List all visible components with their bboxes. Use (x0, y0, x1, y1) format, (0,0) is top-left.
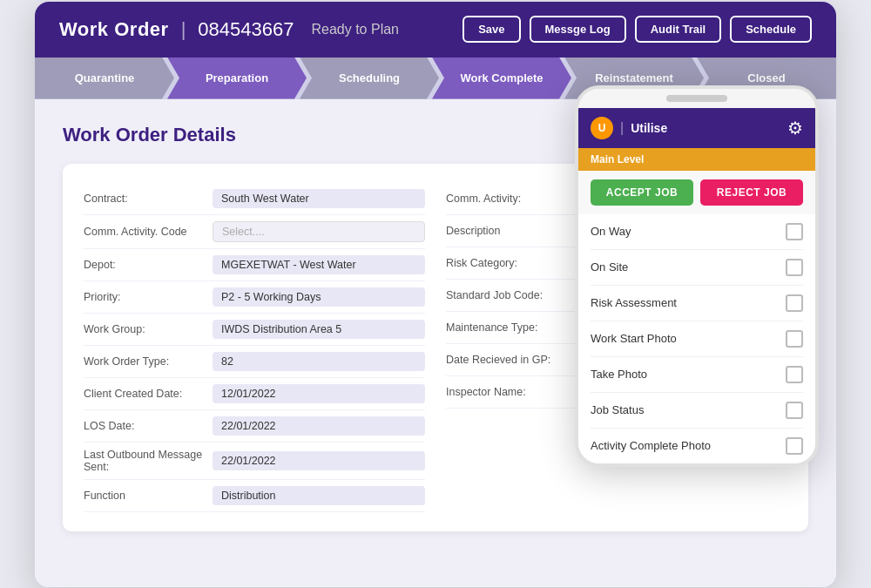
field-label-inspector-name: Inspector Name: (446, 386, 575, 398)
message-log-button[interactable]: Messge Log (530, 16, 626, 43)
field-row-depot: Depot: MGEXETWAT - West Water (84, 249, 425, 281)
left-fields: Contract: South West Water Comm. Activit… (84, 183, 425, 512)
field-value-comm-activity-code[interactable]: Select.... (213, 221, 425, 242)
field-value-last-outbound: 22/01/2022 (213, 451, 425, 470)
checklist-label-on-site: On Site (591, 260, 628, 274)
main-container: Work Order | 084543667 Ready to Plan Sav… (35, 2, 836, 587)
field-row-client-created-date: Client Created Date: 12/01/2022 (84, 378, 425, 410)
field-row-los-date: LOS Date: 22/01/2022 (84, 410, 425, 443)
field-value-priority: P2 - 5 Working Days (213, 287, 425, 307)
phone-header-left: U | Utilise (591, 117, 667, 139)
phone-checklist: On Way On Site Risk Assessment Work Star… (578, 214, 815, 463)
checklist-item-on-site: On Site (591, 250, 803, 286)
field-label-function: Function (84, 490, 213, 502)
field-label-date-received: Date Recieved in GP: (446, 354, 575, 366)
checklist-checkbox-on-site[interactable] (786, 259, 803, 276)
checklist-checkbox-on-way[interactable] (786, 223, 803, 240)
field-label-comm-activity-code: Comm. Activity. Code (84, 226, 213, 238)
checklist-item-job-status: Job Status (591, 393, 803, 429)
field-row-contract: Contract: South West Water (84, 183, 425, 215)
checklist-item-take-photo: Take Photo (591, 357, 803, 393)
gear-icon[interactable]: ⚙ (787, 118, 803, 139)
reject-job-button[interactable]: REJECT JOB (700, 179, 803, 206)
field-label-work-group: Work Group: (84, 323, 213, 335)
workflow-step-quarantine[interactable]: Quarantine (35, 57, 174, 99)
workflow-step-preparation[interactable]: Preparation (167, 57, 307, 99)
field-row-work-order-type: Work Order Type: 82 (84, 346, 425, 378)
accept-job-button[interactable]: ACCEPT JOB (591, 179, 693, 206)
field-label-standard-job-code: Standard Job Code: (446, 289, 575, 301)
checklist-label-job-status: Job Status (591, 403, 644, 416)
phone-main-level: Main Level (578, 148, 815, 171)
field-label-client-created-date: Client Created Date: (84, 388, 213, 400)
field-value-work-order-type: 82 (213, 352, 425, 371)
phone-notch (578, 89, 815, 108)
checklist-item-risk-assessment: Risk Assessment (591, 286, 803, 321)
workflow-step-scheduling[interactable]: Scheduling (300, 57, 439, 99)
field-value-contract: South West Water (213, 189, 425, 208)
field-value-depot: MGEXETWAT - West Water (213, 255, 425, 274)
phone-header-divider: | (620, 120, 624, 136)
field-label-risk-category: Risk Category: (446, 257, 575, 269)
phone-logo-icon: U (591, 117, 613, 139)
checklist-label-activity-complete-photo: Activity Complete Photo (591, 439, 711, 452)
checklist-label-work-start-photo: Work Start Photo (591, 332, 677, 345)
body-area: Work Order Details Contract: South West … (35, 99, 836, 587)
checklist-item-on-way: On Way (591, 214, 803, 250)
checklist-label-on-way: On Way (591, 225, 631, 238)
field-row-priority: Priority: P2 - 5 Working Days (84, 281, 425, 314)
field-label-priority: Priority: (84, 291, 213, 303)
phone-app-name: Utilise (631, 121, 667, 135)
field-label-last-outbound: Last Outbound Message Sent: (84, 449, 213, 473)
field-label-contract: Contract: (84, 193, 213, 205)
field-value-work-group: IWDS Distribution Area 5 (213, 320, 425, 339)
phone-action-buttons: ACCEPT JOB REJECT JOB (578, 171, 815, 214)
field-row-function: Function Distribution (84, 480, 425, 512)
header-order-id: 084543667 (198, 18, 294, 41)
field-row-work-group: Work Group: IWDS Distribution Area 5 (84, 314, 425, 346)
field-label-description: Description (446, 225, 575, 237)
audit-trail-button[interactable]: Audit Trail (635, 16, 722, 43)
phone-header: U | Utilise ⚙ (578, 108, 815, 148)
checklist-checkbox-activity-complete-photo[interactable] (786, 437, 803, 455)
checklist-label-take-photo: Take Photo (591, 368, 647, 381)
field-label-maintenance-type: Maintenance Type: (446, 321, 575, 334)
checklist-item-activity-complete-photo: Activity Complete Photo (591, 429, 803, 463)
checklist-checkbox-risk-assessment[interactable] (786, 294, 803, 312)
checklist-checkbox-job-status[interactable] (786, 402, 803, 419)
checklist-item-work-start-photo: Work Start Photo (591, 321, 803, 357)
phone-notch-bar (666, 95, 727, 102)
field-label-depot: Depot: (84, 259, 213, 271)
field-row-comm-activity-code: Comm. Activity. Code Select.... (84, 215, 425, 249)
field-label-los-date: LOS Date: (84, 420, 213, 432)
header-title: Work Order (59, 18, 169, 41)
checklist-label-risk-assessment: Risk Assessment (591, 296, 677, 309)
phone-overlay: U | Utilise ⚙ Main Level ACCEPT JOB REJE… (575, 85, 819, 467)
field-value-client-created-date: 12/01/2022 (213, 384, 425, 403)
header: Work Order | 084543667 Ready to Plan Sav… (35, 2, 836, 57)
save-button[interactable]: Save (463, 16, 520, 43)
header-divider: | (181, 18, 186, 41)
schedule-button[interactable]: Schedule (730, 16, 812, 43)
header-status: Ready to Plan (311, 22, 399, 37)
header-actions: Save Messge Log Audit Trail Schedule (463, 16, 812, 43)
field-label-comm-activity: Comm. Activity: (446, 193, 575, 205)
field-row-last-outbound: Last Outbound Message Sent: 22/01/2022 (84, 443, 425, 480)
field-value-function: Distribution (213, 486, 425, 505)
workflow-step-work-complete[interactable]: Work Complete (432, 57, 571, 99)
checklist-checkbox-take-photo[interactable] (786, 366, 803, 383)
checklist-checkbox-work-start-photo[interactable] (786, 330, 803, 348)
field-label-work-order-type: Work Order Type: (84, 355, 213, 368)
field-value-los-date: 22/01/2022 (213, 416, 425, 436)
